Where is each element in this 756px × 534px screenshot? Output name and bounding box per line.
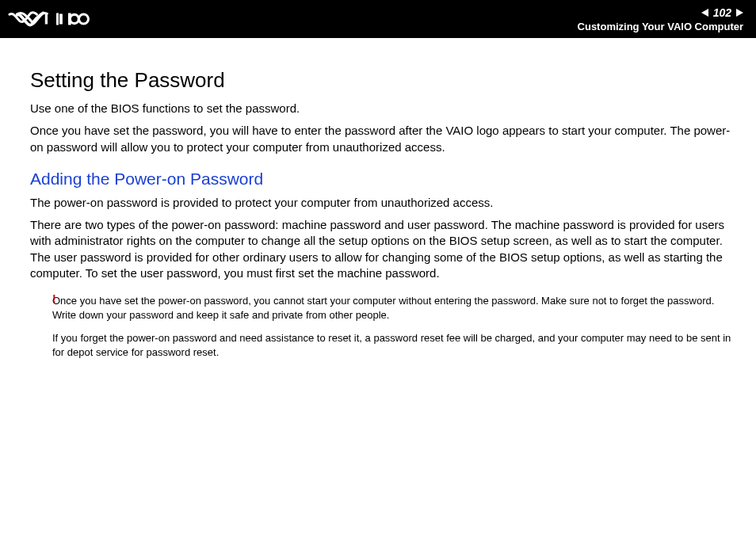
svg-rect-2 [59,14,63,25]
prev-page-arrow-icon[interactable] [701,9,708,17]
paragraph-1: The power-on password is provided to pro… [30,195,732,211]
header-right: 102 Customizing Your VAIO Computer [578,6,743,32]
next-page-arrow-icon[interactable] [736,9,743,17]
warning-note-block: ! Once you have set the power-on passwor… [30,294,732,359]
note-text-2: If you forget the power-on password and … [52,331,732,359]
header-bar: 102 Customizing Your VAIO Computer [0,0,756,38]
intro-paragraph-2: Once you have set the password, you will… [30,123,732,155]
page-number: 102 [713,6,731,19]
paragraph-2: There are two types of the power-on pass… [30,217,732,281]
main-heading: Setting the Password [30,68,732,93]
section-label: Customizing Your VAIO Computer [578,21,743,32]
vaio-logo [16,10,111,28]
page-navigation: 102 [701,6,743,19]
sub-heading: Adding the Power-on Password [30,170,732,189]
note-text-1: Once you have set the power-on password,… [52,294,732,322]
intro-paragraph-1: Use one of the BIOS functions to set the… [30,101,732,116]
warning-icon: ! [52,292,56,305]
content-area: Setting the Password Use one of the BIOS… [0,38,756,384]
